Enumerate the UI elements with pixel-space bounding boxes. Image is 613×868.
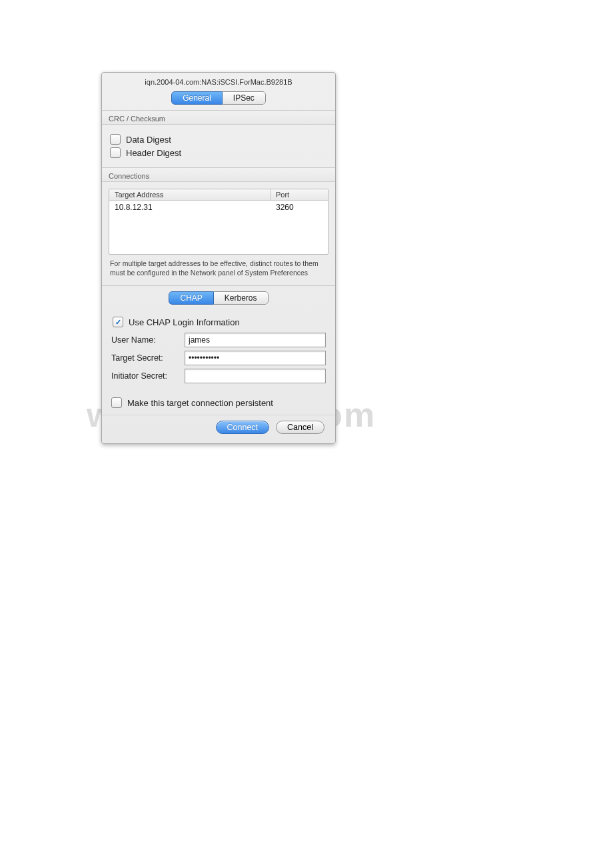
tab-chap[interactable]: CHAP bbox=[169, 291, 213, 305]
tab-ipsec[interactable]: IPSec bbox=[223, 91, 266, 105]
cell-port: 3260 bbox=[276, 203, 322, 212]
dialog-title: iqn.2004-04.com:NAS:iSCSI.ForMac.B9281B bbox=[102, 77, 335, 90]
label-user-name: User Name: bbox=[111, 335, 185, 345]
input-initiator-secret[interactable] bbox=[185, 369, 326, 383]
label-persistent: Make this target connection persistent bbox=[127, 398, 273, 408]
col-port[interactable]: Port bbox=[271, 189, 328, 200]
section-connections: Connections bbox=[102, 167, 335, 182]
top-tabbar: General IPSec bbox=[102, 91, 335, 105]
connections-table[interactable]: Target Address Port 10.8.12.31 3260 bbox=[109, 189, 328, 255]
label-use-chap: Use CHAP Login Information bbox=[129, 317, 240, 327]
checkbox-header-digest[interactable] bbox=[110, 147, 121, 158]
label-target-secret: Target Secret: bbox=[111, 353, 185, 363]
col-target-address[interactable]: Target Address bbox=[109, 189, 271, 200]
checkbox-persistent[interactable] bbox=[111, 397, 122, 408]
iscsi-target-dialog: iqn.2004-04.com:NAS:iSCSI.ForMac.B9281B … bbox=[101, 72, 336, 444]
section-crc-checksum: CRC / Checksum bbox=[102, 110, 335, 125]
tab-kerberos[interactable]: Kerberos bbox=[214, 291, 269, 305]
connections-hint: For multiple target addresses to be effe… bbox=[102, 255, 335, 285]
cell-address: 10.8.12.31 bbox=[115, 203, 276, 212]
input-target-secret[interactable] bbox=[185, 351, 326, 365]
label-header-digest: Header Digest bbox=[126, 148, 181, 158]
cancel-button[interactable]: Cancel bbox=[276, 421, 324, 434]
input-user-name[interactable] bbox=[185, 333, 326, 347]
label-data-digest: Data Digest bbox=[126, 135, 171, 145]
label-initiator-secret: Initiator Secret: bbox=[111, 371, 185, 381]
tab-general[interactable]: General bbox=[171, 91, 223, 105]
table-row[interactable]: 10.8.12.31 3260 bbox=[109, 201, 328, 214]
checkbox-data-digest[interactable] bbox=[110, 134, 121, 145]
checkbox-use-chap[interactable] bbox=[113, 317, 123, 327]
auth-tabbar: CHAP Kerberos bbox=[102, 291, 335, 305]
connect-button[interactable]: Connect bbox=[216, 421, 270, 434]
